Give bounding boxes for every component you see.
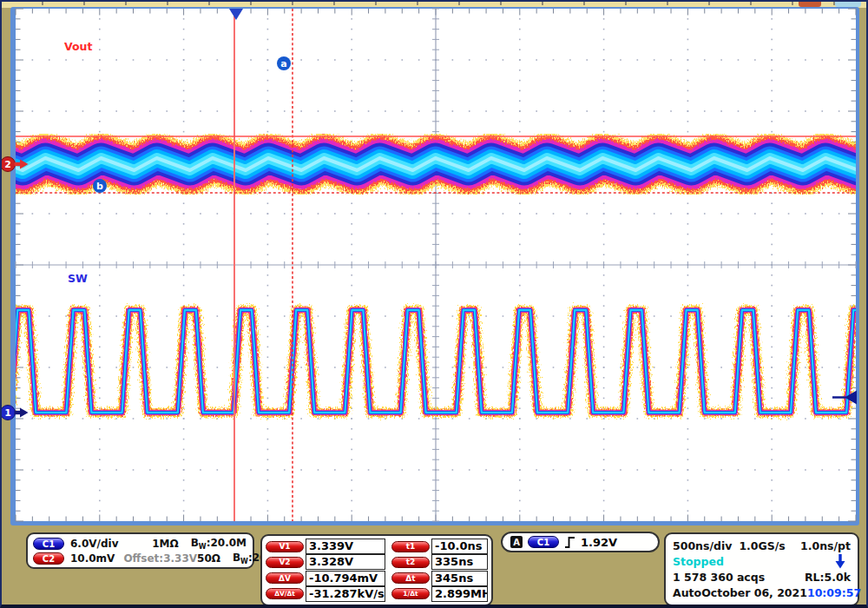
channel2-marker-label: 2 — [4, 159, 11, 170]
channel2-settings-row: C2 10.0mV Offset:3.33V 50Ω BW:20.0M — [33, 552, 247, 565]
timebase-row: 500ns/div 1.0GS/s 1.0ns/pt — [673, 538, 851, 553]
sw-trace-label: SW — [68, 272, 88, 285]
oscilloscope-window: 2 1 Vout SW a b C1 6.0V/div 1MΩ BW:20.0M — [0, 0, 868, 608]
dvdt-pill[interactable]: ΔV/Δt — [266, 588, 304, 599]
c2-impedance: 50Ω — [197, 552, 220, 565]
c1-scale: 6.0V/div — [70, 538, 118, 550]
t1-value: -10.0ns — [431, 539, 488, 554]
channel1-marker-label: 1 — [4, 407, 11, 419]
horizontal-acquisition-box[interactable]: 500ns/div 1.0GS/s 1.0ns/pt Stopped 1 578… — [664, 532, 859, 606]
dt-pill[interactable]: Δt — [391, 572, 430, 584]
cursor-a-letter: a — [280, 58, 286, 69]
v1-value: 3.339V — [306, 539, 385, 554]
rising-edge-icon — [564, 536, 575, 549]
v2-value: 3.328V — [306, 554, 385, 570]
vout-trace-label: Vout — [64, 40, 92, 53]
cursor-row-3: ΔV -10.794mV Δt 345ns — [266, 571, 488, 586]
channel1-settings-row: C1 6.0V/div 1MΩ BW:20.0M — [33, 537, 247, 551]
dvdt-value: -31.287kV/s — [306, 586, 385, 602]
scope-display: 2 1 Vout SW a b — [2, 2, 868, 528]
trigger-a-badge[interactable]: A — [510, 536, 523, 548]
trigger-source-badge[interactable]: C1 — [528, 536, 559, 548]
cursor-readout-box[interactable]: V1 3.339V t1 -10.0ns V2 3.328V t2 335ns … — [260, 534, 493, 606]
cursor-row-2: V2 3.328V t2 335ns — [266, 554, 488, 570]
trigger-mode-row: Auto October 06, 2021 10:09:57 — [673, 585, 851, 601]
channel-settings-box[interactable]: C1 6.0V/div 1MΩ BW:20.0M C2 10.0mV Offse… — [26, 532, 254, 569]
date-value: October 06, 2021 — [701, 586, 807, 599]
dt-value: 345ns — [431, 571, 488, 586]
cursor-row-1: V1 3.339V t1 -10.0ns — [266, 539, 488, 554]
dv-value: -10.794mV — [306, 571, 385, 586]
cursor-row-4: ΔV/Δt -31.287kV/s 1/Δt 2.899MHz — [266, 586, 488, 602]
trigger-mode: Auto — [673, 586, 701, 599]
cursor-b-letter: b — [96, 181, 103, 192]
acq-status: Stopped — [673, 555, 724, 568]
resolution: 1.0ns/pt — [800, 539, 851, 552]
c2-offset: Offset:3.33V — [123, 552, 197, 565]
t2-value: 335ns — [431, 554, 488, 570]
c2-scale: 10.0mV — [70, 552, 115, 565]
inv-dt-pill[interactable]: 1/Δt — [391, 588, 430, 599]
timebase-value: 500ns/div — [673, 539, 732, 552]
v1-pill[interactable]: V1 — [266, 541, 304, 552]
acq-count-row: 1 578 360 acqs RL:5.0k — [673, 570, 851, 585]
channel2-arrow-icon — [15, 162, 21, 166]
channel1-arrow-icon — [15, 411, 21, 414]
clock-value: 10:09:57 — [807, 586, 861, 599]
trigger-box[interactable]: A C1 1.92V — [501, 532, 660, 552]
trigger-level-value: 1.92V — [581, 536, 617, 549]
dv-pill[interactable]: ΔV — [266, 572, 304, 584]
scroll-down-arrow-icon[interactable] — [835, 554, 845, 569]
c1-impedance: 1MΩ — [152, 538, 179, 550]
t1-pill[interactable]: t1 — [391, 541, 430, 552]
acq-status-row: Stopped — [673, 553, 851, 569]
c1-bandwidth: BW:20.0M — [191, 537, 247, 551]
c2-badge[interactable]: C2 — [33, 552, 64, 565]
t2-pill[interactable]: t2 — [391, 557, 430, 568]
sample-rate: 1.0GS/s — [739, 539, 785, 552]
acq-count: 1 578 360 acqs — [673, 571, 765, 584]
c1-badge[interactable]: C1 — [33, 538, 64, 550]
inv-dt-value: 2.899MHz — [431, 586, 488, 602]
v2-pill[interactable]: V2 — [266, 557, 304, 568]
record-length: RL:5.0k — [805, 571, 851, 584]
